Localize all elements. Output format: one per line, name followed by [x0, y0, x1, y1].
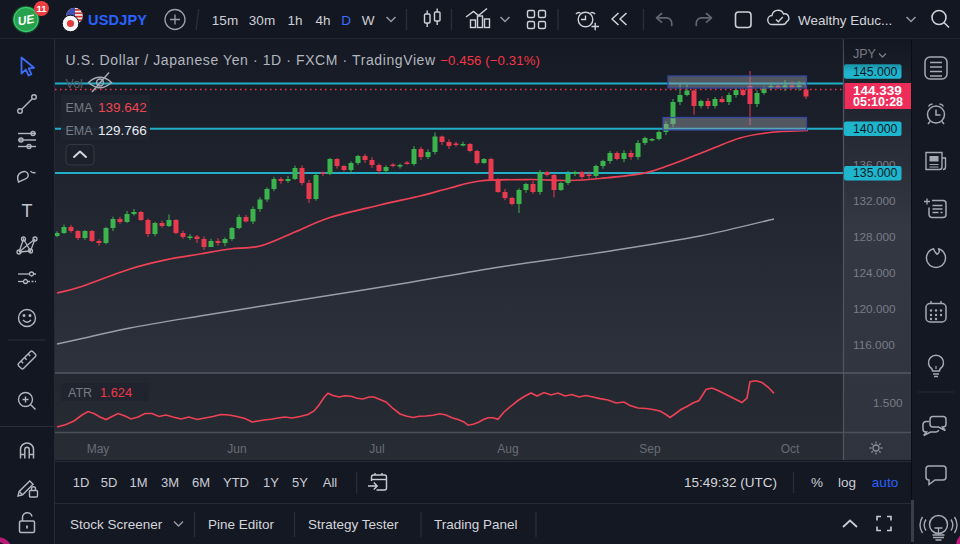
svg-text:5Y: 5Y [292, 475, 308, 490]
svg-text:129.766: 129.766 [98, 123, 147, 138]
svg-text:USDJPY: USDJPY [88, 12, 147, 28]
svg-text:ATR: ATR [68, 386, 92, 400]
svg-text:Sep: Sep [639, 442, 661, 456]
svg-text:T: T [22, 201, 33, 221]
svg-text:1h: 1h [287, 13, 302, 28]
svg-text:15:49:32 (UTC): 15:49:32 (UTC) [684, 475, 777, 490]
svg-text:124.000: 124.000 [853, 266, 896, 280]
svg-text:1M: 1M [129, 475, 147, 490]
svg-text:11: 11 [36, 3, 47, 14]
svg-text:Stock Screener: Stock Screener [70, 517, 163, 532]
svg-text:Oct: Oct [781, 442, 800, 456]
svg-text:1.624: 1.624 [100, 385, 132, 400]
svg-text:Jul: Jul [369, 442, 384, 456]
svg-text:5D: 5D [101, 475, 118, 490]
svg-text:EMA: EMA [66, 101, 94, 115]
svg-text:Trading Panel: Trading Panel [434, 517, 518, 532]
svg-text:6M: 6M [192, 475, 210, 490]
svg-text:All: All [323, 475, 338, 490]
svg-text:05:10:28: 05:10:28 [853, 95, 903, 109]
svg-text:1.500: 1.500 [873, 396, 903, 410]
svg-text:Aug: Aug [497, 442, 518, 456]
svg-text:Strategy Tester: Strategy Tester [308, 517, 399, 532]
svg-text:May: May [87, 442, 110, 456]
svg-text:132.000: 132.000 [853, 194, 896, 208]
svg-text:W: W [362, 13, 375, 28]
svg-text:139.642: 139.642 [98, 100, 147, 115]
svg-text:auto: auto [872, 475, 898, 490]
svg-text:15m: 15m [212, 13, 238, 28]
svg-text:JPY: JPY [853, 47, 877, 61]
svg-text:116.000: 116.000 [853, 338, 895, 352]
svg-text:log: log [838, 475, 856, 490]
svg-text:1D: 1D [73, 475, 90, 490]
svg-text:Vol: Vol [66, 77, 83, 91]
svg-text:128.000: 128.000 [853, 230, 896, 244]
svg-text:3M: 3M [161, 475, 179, 490]
svg-text:Pine Editor: Pine Editor [208, 517, 275, 532]
svg-text:4h: 4h [315, 13, 330, 28]
svg-text:140.000: 140.000 [853, 122, 898, 136]
svg-text:30m: 30m [249, 13, 275, 28]
svg-text:EMA: EMA [66, 124, 94, 138]
svg-text:120.000: 120.000 [853, 302, 896, 316]
svg-text:Wealthy Educ...: Wealthy Educ... [798, 13, 892, 28]
svg-text:135.000: 135.000 [853, 166, 898, 180]
svg-text:D: D [341, 13, 351, 28]
svg-text:U.S. Dollar / Japanese Yen · 1: U.S. Dollar / Japanese Yen · 1D · FXCM ·… [66, 52, 540, 68]
svg-text:YTD: YTD [223, 475, 249, 490]
svg-text:%: % [811, 475, 823, 490]
svg-text:1Y: 1Y [263, 475, 279, 490]
svg-text:Jun: Jun [227, 442, 246, 456]
